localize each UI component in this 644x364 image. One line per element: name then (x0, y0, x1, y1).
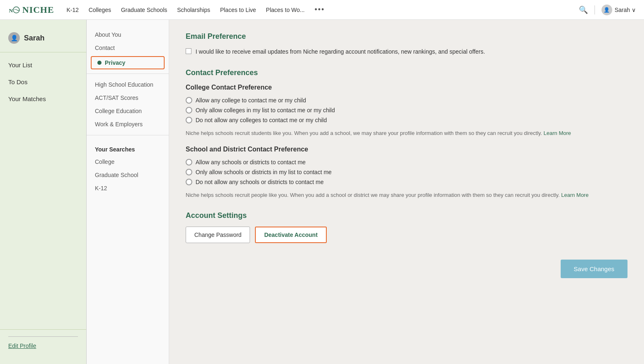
sidebar-user-avatar: 👤 (8, 32, 20, 44)
college-learn-more-link[interactable]: Learn More (544, 130, 571, 136)
college-contact-subtitle: College Contact Preference (186, 84, 627, 91)
middle-nav: About You Contact Privacy High School Ed… (87, 20, 169, 364)
nav-links: K-12 Colleges Graduate Schools Scholarsh… (66, 5, 579, 14)
nav-high-school[interactable]: High School Education (87, 78, 169, 91)
top-nav: N NICHE K-12 Colleges Graduate Schools S… (0, 0, 644, 20)
nav-privacy-label: Privacy (105, 59, 125, 66)
email-pref-text: I would like to receive email updates fr… (196, 47, 485, 56)
nav-more-icon[interactable]: ••• (315, 5, 325, 14)
nav-graduate-schools[interactable]: Graduate Schools (121, 7, 167, 13)
user-avatar-icon: 👤 (602, 5, 612, 15)
school-option-1-label: Allow any schools or districts to contac… (196, 159, 306, 165)
site-logo[interactable]: N NICHE (8, 4, 54, 16)
active-indicator (97, 61, 101, 65)
email-pref-checkbox[interactable] (186, 48, 191, 54)
college-radio-2[interactable]: Only allow colleges in my list to contac… (186, 107, 627, 113)
nav-scholarships[interactable]: Scholarships (177, 7, 210, 13)
nav-divider (87, 73, 169, 74)
edit-profile-link[interactable]: Edit Profile (8, 343, 36, 349)
nav-grad-school-search[interactable]: Graduate School (87, 168, 169, 182)
school-radio-circle-3 (186, 179, 192, 185)
college-note-text: Niche helps schools recruit students lik… (186, 130, 542, 136)
main-content: Email Preference I would like to receive… (169, 20, 644, 364)
nav-places-to-work[interactable]: Places to Wo... (266, 7, 305, 13)
email-pref-title: Email Preference (186, 32, 627, 41)
radio-circle-2 (186, 107, 192, 113)
account-settings-title: Account Settings (186, 211, 627, 220)
searches-section-title: Your Searches (87, 139, 169, 155)
user-name: Sarah ∨ (615, 7, 636, 13)
school-radio-3[interactable]: Do not allow any schools or districts to… (186, 179, 627, 185)
page-layout: 👤 Sarah Your List To Dos Your Matches Ed… (0, 20, 644, 364)
school-radio-1[interactable]: Allow any schools or districts to contac… (186, 159, 627, 165)
school-option-2-label: Only allow schools or districts in my li… (196, 169, 332, 175)
contact-pref-title: Contact Preferences (186, 69, 627, 77)
school-note: Niche helps schools recruit people like … (186, 191, 627, 199)
left-sidebar: 👤 Sarah Your List To Dos Your Matches Ed… (0, 20, 87, 364)
nav-college-education[interactable]: College Education (87, 104, 169, 118)
radio-circle-1 (186, 97, 192, 104)
email-pref-row: I would like to receive email updates fr… (186, 47, 627, 56)
school-option-3-label: Do not allow any schools or districts to… (196, 179, 323, 185)
sidebar-item-your-matches[interactable]: Your Matches (0, 90, 86, 107)
college-contact-pref: College Contact Preference Allow any col… (186, 84, 627, 137)
sidebar-user-name: Sarah (24, 34, 45, 43)
school-contact-pref: School and District Contact Preference A… (186, 146, 627, 199)
nav-act-sat[interactable]: ACT/SAT Scores (87, 91, 169, 104)
sidebar-item-your-list[interactable]: Your List (0, 57, 86, 73)
nav-k12[interactable]: K-12 (66, 7, 79, 13)
college-note: Niche helps schools recruit students lik… (186, 129, 627, 137)
college-radio-1[interactable]: Allow any college to contact me or my ch… (186, 97, 627, 104)
school-radio-circle-1 (186, 159, 192, 165)
nav-college-search[interactable]: College (87, 155, 169, 168)
school-contact-subtitle: School and District Contact Preference (186, 146, 627, 153)
sidebar-item-to-dos[interactable]: To Dos (0, 73, 86, 90)
college-radio-3[interactable]: Do not allow any colleges to contact me … (186, 117, 627, 123)
school-radio-2[interactable]: Only allow schools or districts in my li… (186, 169, 627, 175)
svg-text:N: N (9, 7, 14, 14)
nav-privacy[interactable]: Privacy (91, 56, 165, 69)
save-changes-row: Save Changes (186, 260, 627, 278)
logo-text: NICHE (22, 5, 54, 15)
search-icon[interactable]: 🔍 (579, 5, 595, 14)
deactivate-account-button[interactable]: Deactivate Account (255, 227, 326, 243)
nav-divider-2 (87, 135, 169, 135)
account-settings-section: Account Settings Change Password Deactiv… (186, 211, 627, 243)
college-option-1-label: Allow any college to contact me or my ch… (196, 97, 306, 104)
sidebar-spacer (0, 107, 86, 329)
change-password-button[interactable]: Change Password (186, 227, 250, 243)
school-radio-circle-2 (186, 169, 192, 175)
nav-contact[interactable]: Contact (87, 41, 169, 54)
user-menu[interactable]: 👤 Sarah ∨ (602, 5, 636, 15)
nav-about-you[interactable]: About You (87, 28, 169, 41)
account-buttons: Change Password Deactivate Account (186, 227, 627, 243)
email-preference-section: Email Preference I would like to receive… (186, 32, 627, 56)
college-option-2-label: Only allow colleges in my list to contac… (196, 107, 335, 113)
nav-places-to-live[interactable]: Places to Live (220, 7, 256, 13)
nav-colleges[interactable]: Colleges (89, 7, 111, 13)
college-option-3-label: Do not allow any colleges to contact me … (196, 117, 327, 123)
nav-k12-search[interactable]: K-12 (87, 182, 169, 195)
svg-point-1 (13, 7, 19, 13)
save-changes-button[interactable]: Save Changes (561, 260, 627, 278)
nav-work-employers[interactable]: Work & Employers (87, 118, 169, 131)
school-learn-more-link[interactable]: Learn More (561, 192, 588, 198)
contact-preferences-section: Contact Preferences College Contact Pref… (186, 69, 627, 199)
school-note-text: Niche helps schools recruit people like … (186, 192, 560, 198)
sidebar-edit-profile: Edit Profile (0, 329, 86, 356)
sidebar-user: 👤 Sarah (0, 28, 86, 52)
nav-right: 🔍 👤 Sarah ∨ (579, 5, 636, 15)
radio-circle-3 (186, 117, 192, 123)
